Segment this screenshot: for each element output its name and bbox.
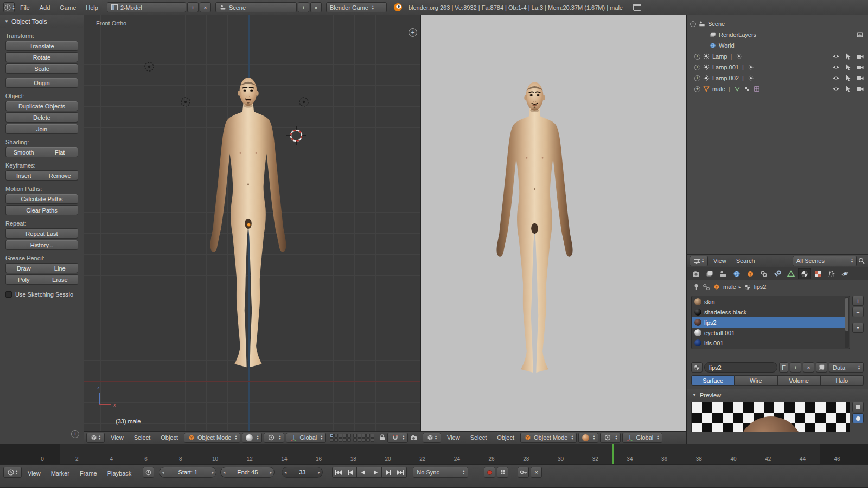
type-surface-button[interactable]: Surface (691, 375, 735, 386)
menu-frame[interactable]: Frame (75, 467, 101, 480)
render-engine-dropdown[interactable]: Blender Game ▴▾ (326, 2, 387, 12)
visibility-eye-icon[interactable] (832, 63, 840, 71)
sync-mode-dropdown[interactable]: No Sync ▴▾ (413, 467, 468, 478)
pin-icon[interactable] (692, 283, 700, 291)
outliner-row-world[interactable]: World (687, 40, 868, 51)
editor-type-timeline-button[interactable]: ▴▾ (3, 467, 22, 478)
material-slot-row[interactable]: iris.001 (692, 338, 849, 348)
browse-material-button[interactable] (691, 362, 703, 373)
breadcrumb-object-name[interactable]: male (723, 284, 736, 290)
selectability-arrow-icon[interactable] (844, 63, 852, 71)
tab-particles[interactable] (825, 268, 838, 279)
outliner-row-male[interactable]: + male | (687, 84, 868, 94)
grease-line-button[interactable]: Line (42, 263, 79, 273)
tab-world[interactable] (730, 268, 743, 279)
tab-object-data[interactable] (784, 268, 797, 279)
visibility-eye-icon[interactable] (832, 53, 840, 60)
outliner-row-lamp[interactable]: + Lamp | (687, 51, 868, 62)
insert-keyframe-button[interactable]: Insert (5, 170, 42, 181)
tab-scene[interactable] (717, 268, 730, 279)
menu-view[interactable]: View (709, 255, 731, 267)
menu-help[interactable]: Help (81, 0, 103, 15)
transform-orientation-dropdown[interactable]: Global ▴▾ (286, 433, 326, 443)
type-halo-button[interactable]: Halo (821, 375, 864, 386)
outliner-row-lamp-001[interactable]: + Lamp.001 | (687, 62, 868, 73)
viewport-left-canvas[interactable]: x z Front Ortho (33) male + (84, 15, 420, 431)
slots-scrollbar[interactable] (845, 297, 849, 348)
expand-icon[interactable]: + (694, 75, 700, 81)
delete-scene-button[interactable]: × (310, 2, 322, 12)
collapse-icon[interactable]: − (690, 21, 696, 27)
grease-draw-button[interactable]: Draw (5, 263, 42, 273)
shade-smooth-button[interactable]: Smooth (5, 147, 42, 157)
record-button[interactable] (484, 467, 495, 478)
menu-file[interactable]: File (16, 0, 34, 15)
toggle-region-plus-icon[interactable]: + (409, 28, 417, 37)
repeat-last-button[interactable]: Repeat Last (5, 228, 78, 239)
use-sketching-checkbox[interactable] (5, 291, 12, 298)
menu-playback[interactable]: Playback (103, 467, 136, 480)
pivot-point-dropdown[interactable]: ▴▾ (264, 433, 284, 443)
menu-game[interactable]: Game (55, 0, 80, 15)
menu-view[interactable]: View (106, 432, 128, 444)
menu-object[interactable]: Object (156, 432, 182, 444)
pivot-point-dropdown[interactable]: ▴▾ (600, 433, 621, 443)
render-restrict-camera-icon[interactable] (856, 53, 864, 60)
transform-orientation-dropdown[interactable]: Global ▴▾ (622, 433, 662, 443)
render-restrict-camera-icon[interactable] (856, 63, 864, 71)
editor-type-3dview-button[interactable]: ▴▾ (423, 433, 441, 443)
rotate-button[interactable]: Rotate (5, 52, 78, 62)
material-specials-button[interactable]: ▼ (852, 323, 864, 333)
menu-view[interactable]: View (23, 467, 45, 480)
new-material-button[interactable]: + (790, 362, 801, 373)
tab-object[interactable] (744, 268, 757, 279)
grease-poly-button[interactable]: Poly (5, 274, 42, 285)
menu-view[interactable]: View (443, 432, 464, 444)
add-scene-button[interactable]: + (298, 2, 309, 12)
tool-shelf-panel-header[interactable]: ▼ Object Tools (0, 15, 84, 28)
datablock-source-dropdown[interactable]: Data ▴▾ (829, 362, 864, 373)
material-name-input[interactable] (704, 362, 777, 373)
expand-icon[interactable]: + (694, 65, 700, 70)
delete-keyframe-button[interactable]: × (531, 467, 542, 478)
unlink-material-button[interactable]: × (803, 362, 814, 373)
tab-render[interactable] (690, 268, 703, 279)
play-button[interactable] (369, 467, 382, 478)
material-slot-row[interactable]: shadeless black (692, 307, 849, 317)
playhead[interactable] (612, 444, 614, 464)
window-duplicate-icon[interactable] (633, 3, 642, 12)
delete-screen-layout-button[interactable]: × (200, 2, 211, 12)
calculate-paths-button[interactable]: Calculate Paths (5, 194, 78, 204)
remove-keyframe-button[interactable]: Remove (42, 170, 79, 181)
selectability-arrow-icon[interactable] (844, 74, 852, 82)
material-slot-row[interactable]: lips2 (692, 317, 849, 328)
expand-icon[interactable]: + (694, 54, 700, 60)
previous-keyframe-button[interactable] (344, 467, 357, 478)
viewport-shading-dropdown[interactable]: ▴▾ (242, 433, 262, 443)
end-frame-field[interactable]: End: 45 (220, 467, 275, 478)
menu-select[interactable]: Select (130, 432, 155, 444)
selectability-arrow-icon[interactable] (844, 85, 852, 93)
outliner-row-renderlayers[interactable]: RenderLayers (687, 29, 868, 40)
render-restrict-camera-icon[interactable] (856, 85, 864, 93)
add-material-slot-button[interactable]: + (852, 296, 864, 306)
snap-dropdown[interactable]: ▴▾ (387, 433, 408, 443)
add-panel-plus-icon[interactable]: + (71, 430, 79, 438)
menu-search[interactable]: Search (732, 255, 760, 267)
editor-type-properties-button[interactable]: ▴▾ (690, 256, 708, 266)
jump-to-end-button[interactable] (394, 467, 407, 478)
scenes-filter-dropdown[interactable]: All Scenes ▴▾ (793, 256, 857, 266)
breadcrumb-material-name[interactable]: lips2 (754, 284, 767, 290)
play-reverse-button[interactable] (357, 467, 369, 478)
selectability-arrow-icon[interactable] (844, 53, 852, 60)
jump-to-start-button[interactable] (332, 467, 344, 478)
tab-texture[interactable] (812, 268, 825, 279)
renderlayers-toggle-icon[interactable] (856, 31, 864, 38)
tab-material[interactable] (798, 268, 811, 279)
menu-object[interactable]: Object (493, 432, 519, 444)
timeline-ruler[interactable]: 0246810121416182022242628303234363840424… (0, 444, 868, 464)
add-screen-layout-button[interactable]: + (187, 2, 199, 12)
material-slot-list[interactable]: skinshadeless blacklips2eyeball.001iris.… (691, 296, 850, 349)
layers-grid-1[interactable] (330, 434, 351, 442)
viewport-right-canvas[interactable] (420, 15, 686, 431)
